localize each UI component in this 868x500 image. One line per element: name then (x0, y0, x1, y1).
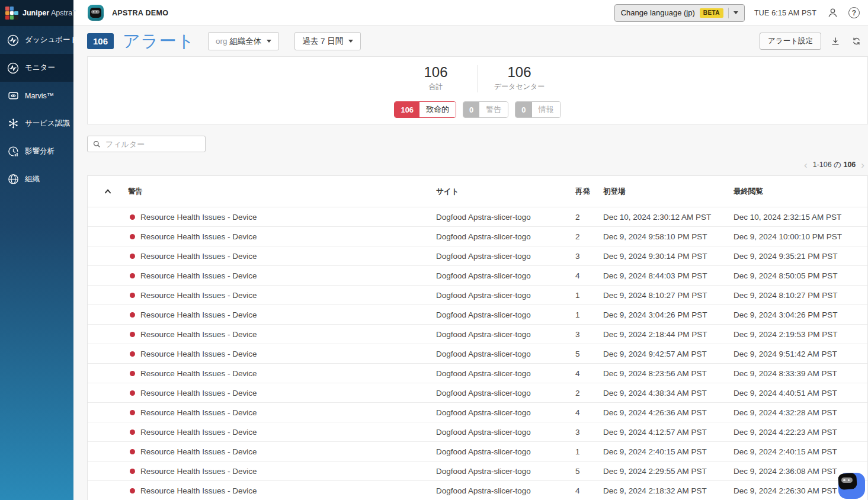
alert-name: Resource Health Issues - Device (140, 310, 257, 319)
user-account-icon[interactable] (826, 7, 839, 20)
alert-last-seen: Dec 9, 2024 4:22:23 AM PST (734, 428, 867, 437)
alerts-table: 警告 サイト 再発 初登場 最終閲覧 Resource Health Issue… (87, 175, 868, 500)
table-row[interactable]: Resource Health Issues - Device Dogfood … (88, 266, 867, 286)
marvis-assistant-fab[interactable] (838, 473, 865, 499)
sidebar-item-monitor[interactable]: モニター (0, 54, 73, 82)
column-header-first-seen[interactable]: 初登場 (603, 187, 734, 197)
alert-recurrence: 4 (575, 271, 603, 280)
sidebar-item-impact-analysis[interactable]: 影響分析 (0, 137, 73, 165)
sidebar-item-marvis[interactable]: Marvis™ (0, 82, 73, 110)
alert-site: Dogfood Apstra-slicer-togo (436, 408, 575, 417)
alert-name: Resource Health Issues - Device (140, 369, 257, 378)
chevron-down-icon (734, 11, 738, 14)
download-icon[interactable] (829, 35, 842, 48)
alert-first-seen: Dec 10, 2024 2:30:12 AM PST (603, 213, 734, 222)
brand-trademark: ™ (72, 9, 76, 13)
alert-site: Dogfood Apstra-slicer-togo (436, 330, 575, 339)
table-row[interactable]: Resource Health Issues - Device Dogfood … (88, 286, 867, 305)
org-scope-dropdown[interactable]: org 組織全体 (208, 32, 279, 50)
severity-filter-warning[interactable]: 0 警告 (463, 101, 508, 118)
alert-name: Resource Health Issues - Device (140, 408, 257, 417)
alert-last-seen: Dec 9, 2024 4:40:51 AM PST (734, 389, 867, 398)
column-header-site[interactable]: サイト (436, 187, 575, 197)
alert-last-seen: Dec 10, 2024 2:32:15 AM PST (734, 213, 867, 222)
table-row[interactable]: Resource Health Issues - Device Dogfood … (88, 325, 867, 344)
alert-recurrence: 5 (575, 467, 603, 476)
table-row[interactable]: Resource Health Issues - Device Dogfood … (88, 403, 867, 422)
severity-info-label: 情報 (532, 102, 560, 117)
alert-last-seen: Dec 9, 2024 9:51:42 AM PST (734, 350, 867, 358)
language-selector[interactable]: Change language (jp) BETA (614, 4, 745, 22)
brand-name-bold: Juniper (23, 9, 49, 17)
table-row[interactable]: Resource Health Issues - Device Dogfood … (88, 422, 867, 442)
critical-status-dot (130, 469, 135, 474)
alert-first-seen: Dec 9, 2024 2:18:32 AM PST (603, 486, 734, 495)
table-row[interactable]: Resource Health Issues - Device Dogfood … (88, 305, 867, 325)
alert-site: Dogfood Apstra-slicer-togo (436, 291, 575, 300)
severity-warning-count: 0 (463, 102, 479, 117)
alert-name: Resource Health Issues - Device (140, 389, 257, 398)
stat-total-value: 106 (395, 64, 478, 81)
collapse-chevron-up-icon[interactable] (103, 187, 113, 196)
table-row[interactable]: Resource Health Issues - Device Dogfood … (88, 246, 867, 266)
alert-recurrence: 3 (575, 252, 603, 261)
language-selector-label: Change language (jp) (621, 8, 695, 17)
column-header-recurrence[interactable]: 再発 (575, 187, 603, 197)
chevron-down-icon (348, 40, 353, 43)
sidebar-item-label: Marvis™ (25, 92, 54, 100)
table-row[interactable]: Resource Health Issues - Device Dogfood … (88, 383, 867, 403)
refresh-icon[interactable] (850, 35, 863, 48)
sidebar-item-organization[interactable]: 組織 (0, 165, 73, 193)
stat-total: 106 合計 (395, 64, 478, 92)
alert-recurrence: 1 (575, 291, 603, 300)
alert-name: Resource Health Issues - Device (140, 213, 257, 222)
impact-analysis-icon (7, 145, 20, 158)
help-icon[interactable]: ? (848, 7, 860, 18)
org-scope-prefix: org (216, 37, 228, 46)
alert-site: Dogfood Apstra-slicer-togo (436, 271, 575, 280)
table-row[interactable]: Resource Health Issues - Device Dogfood … (88, 227, 867, 246)
alert-first-seen: Dec 9, 2024 8:23:56 AM PST (603, 369, 734, 378)
critical-status-dot (130, 214, 135, 220)
severity-filter-critical[interactable]: 106 致命的 (394, 101, 456, 118)
alert-settings-button[interactable]: アラート設定 (760, 33, 821, 50)
critical-status-dot (130, 371, 135, 376)
pagination-next-icon[interactable]: › (861, 160, 864, 170)
alert-site: Dogfood Apstra-slicer-togo (436, 389, 575, 398)
filter-box[interactable] (87, 136, 206, 152)
alert-last-seen: Dec 9, 2024 2:19:53 PM PST (734, 330, 867, 339)
alerts-summary-card: 106 合計 106 データセンター 106 致命的 0 警告 0 情報 (87, 56, 868, 124)
service-awareness-icon (7, 117, 20, 130)
alert-first-seen: Dec 9, 2024 9:58:10 PM PST (603, 232, 734, 241)
alert-recurrence: 3 (575, 330, 603, 339)
table-row[interactable]: Resource Health Issues - Device Dogfood … (88, 481, 867, 500)
alert-name: Resource Health Issues - Device (140, 232, 257, 241)
severity-critical-count: 106 (395, 102, 419, 117)
alert-last-seen: Dec 9, 2024 4:32:28 AM PST (734, 408, 867, 417)
severity-warning-label: 警告 (479, 102, 508, 117)
alert-first-seen: Dec 9, 2024 2:18:44 PM PST (603, 330, 734, 339)
table-row[interactable]: Resource Health Issues - Device Dogfood … (88, 442, 867, 461)
sidebar-item-service-awareness[interactable]: サービス認識 (0, 110, 73, 137)
organization-icon (7, 173, 20, 186)
severity-filter-info[interactable]: 0 情報 (515, 101, 560, 118)
table-row[interactable]: Resource Health Issues - Device Dogfood … (88, 207, 867, 227)
table-row[interactable]: Resource Health Issues - Device Dogfood … (88, 344, 867, 364)
alert-count-badge: 106 (87, 33, 114, 49)
column-header-last-seen[interactable]: 最終閲覧 (734, 187, 867, 197)
filter-input[interactable] (105, 140, 210, 149)
time-range-dropdown[interactable]: 過去 7 日間 (294, 32, 361, 50)
alert-site: Dogfood Apstra-slicer-togo (436, 232, 575, 241)
column-header-alert[interactable]: 警告 (128, 187, 436, 197)
sidebar-item-label: 組織 (25, 174, 40, 184)
alert-first-seen: Dec 9, 2024 9:30:14 PM PST (603, 252, 734, 261)
table-row[interactable]: Resource Health Issues - Device Dogfood … (88, 364, 867, 383)
pagination-prev-icon[interactable]: ‹ (804, 160, 808, 170)
marvis-app-icon[interactable] (88, 5, 104, 21)
table-row[interactable]: Resource Health Issues - Device Dogfood … (88, 461, 867, 481)
stat-datacenter-value: 106 (478, 64, 561, 81)
brand-logo[interactable]: Juniper Apstra™ (0, 0, 73, 26)
sidebar-item-dashboard[interactable]: ダッシュボード (0, 26, 73, 54)
critical-status-dot (130, 390, 135, 396)
alert-first-seen: Dec 9, 2024 9:42:57 AM PST (603, 350, 734, 358)
